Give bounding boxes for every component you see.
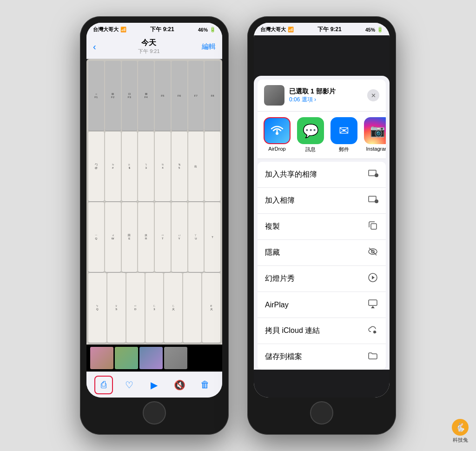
share-title: 已選取 1 部影片 — [289, 87, 363, 96]
share-thumb — [264, 85, 284, 106]
kb-key: ⊡F3 — [122, 61, 138, 131]
keyboard-photo: ☼F1 ⊞F2 ⊡F3 ⊠F4 F5 F6 F7 F8 勹@ ㄉ# — [86, 59, 222, 345]
kb-key: 勹@ — [88, 132, 104, 201]
kb-key: ㄇT — [155, 202, 171, 272]
kb-key: F火 — [202, 273, 220, 343]
kb-key: F7 — [188, 61, 204, 131]
menu-label-add-shared: 加入共享的相簿 — [265, 170, 317, 179]
share-subtitle: 0:06 選項 › — [289, 96, 363, 104]
kb-key: ㄇD — [126, 273, 145, 343]
kb-key: ㄆS — [107, 273, 126, 343]
menu-copy[interactable]: 複製 — [258, 214, 386, 240]
mail-item[interactable]: ✉ 郵件 — [329, 117, 359, 153]
like-button[interactable]: ♡ — [120, 376, 139, 394]
menu-slideshow[interactable]: 幻燈片秀 — [258, 266, 386, 292]
svg-marker-13 — [372, 276, 375, 279]
messages-icon: 💬 — [303, 123, 319, 139]
thumb-3[interactable] — [139, 347, 163, 369]
trash-icon: 🗑 — [200, 379, 210, 390]
mail-label: 郵件 — [339, 146, 349, 153]
share-icon: ⎙ — [101, 379, 106, 390]
kb-key: 水R — [138, 202, 154, 272]
watermark-text: 科技兔 — [453, 437, 468, 444]
left-battery-text: 46% — [198, 27, 208, 33]
thumbnail-strip — [86, 345, 222, 371]
copy-icon — [367, 220, 378, 233]
right-time: 下午 9:21 — [317, 26, 341, 33]
left-back-button[interactable]: ‹ — [93, 41, 96, 52]
left-status-left: 台灣大哥大 📶 — [93, 27, 126, 33]
svg-text:↩: ↩ — [374, 331, 376, 334]
left-nav-title: 今天 — [138, 38, 159, 48]
rabbit-icon: 🐇 — [455, 422, 465, 432]
scene: 台灣大哥大 📶 下午 9:21 46% 🔋 ‹ 今天 下午 9:21 編輯 — [0, 0, 476, 451]
mail-icon: ✉ — [339, 124, 349, 138]
play-icon: ▶ — [151, 379, 158, 391]
right-home-button[interactable] — [310, 401, 333, 424]
menu-label-copy: 複製 — [265, 222, 280, 232]
menu-add-album[interactable]: 加入相簿 + — [258, 188, 386, 214]
kb-key: ㄨW — [105, 202, 121, 272]
left-status-bar: 台灣大哥大 📶 下午 9:21 46% 🔋 — [86, 23, 222, 35]
kb-key: ％5 — [172, 132, 187, 201]
airdrop-wifi-icon — [270, 123, 284, 138]
menu-save-files[interactable]: 儲存到檔案 — [258, 344, 386, 370]
kb-key: ㄈ3 — [145, 273, 164, 343]
kb-key: F6 — [172, 61, 187, 131]
left-edit-button[interactable]: 編輯 — [202, 42, 216, 51]
menu-label-airplay: AirPlay — [265, 301, 289, 309]
kb-key: ㄊ$ — [122, 132, 138, 201]
airdrop-item[interactable]: AirDrop — [262, 117, 292, 153]
share-button[interactable]: ⎙ — [94, 376, 113, 394]
instagram-label: Instagram — [366, 146, 386, 152]
right-phone: 台灣大哥大 📶 下午 9:21 45% 🔋 已選取 1 部影片 — [247, 16, 396, 435]
airdrop-label: AirDrop — [268, 146, 285, 152]
kb-key: T — [205, 202, 220, 272]
messages-item[interactable]: 💬 訊息 — [296, 117, 325, 153]
messages-label: 訊息 — [305, 146, 316, 153]
left-chevron-icon: ‹ — [93, 41, 96, 52]
kb-key: ⊠F4 — [138, 61, 154, 131]
thumb-1[interactable] — [90, 347, 113, 369]
menu-label-hide: 隱藏 — [265, 248, 280, 258]
svg-text:+: + — [376, 200, 377, 204]
thumb-4[interactable] — [164, 347, 187, 369]
left-phone: 台灣大哥大 📶 下午 9:21 46% 🔋 ‹ 今天 下午 9:21 編輯 — [80, 16, 229, 435]
thumb-2[interactable] — [115, 347, 138, 369]
left-toolbar: ⎙ ♡ ▶ 🔇 🗑 — [86, 371, 222, 398]
share-close-button[interactable]: ✕ — [367, 89, 379, 101]
right-wifi-icon: 📶 — [288, 27, 294, 33]
right-phone-screen: 台灣大哥大 📶 下午 9:21 45% 🔋 已選取 1 部影片 — [254, 23, 390, 398]
left-battery-icon: 🔋 — [210, 27, 216, 33]
menu-add-shared-album[interactable]: 加入共享的相簿 + — [258, 162, 386, 188]
watermark-icon: 🐇 — [452, 419, 469, 436]
kb-key: ⊞F2 — [105, 61, 121, 131]
kb-key: ㄋ3 — [138, 132, 154, 201]
instagram-item[interactable]: 📷 Instagram — [363, 117, 386, 153]
kb-key: ㄌ4 — [155, 132, 171, 201]
right-status-left: 台灣大哥大 📶 — [260, 27, 294, 33]
menu-airplay[interactable]: AirPlay — [258, 292, 386, 318]
watermark: 🐇 科技兔 — [452, 419, 469, 444]
svg-rect-14 — [369, 300, 377, 305]
kb-key: ㄩY — [172, 202, 187, 272]
menu-label-add-album: 加入相簿 — [265, 196, 295, 206]
left-home-button[interactable] — [143, 401, 166, 424]
kb-key — [183, 273, 201, 343]
left-phone-screen: 台灣大哥大 📶 下午 9:21 46% 🔋 ‹ 今天 下午 9:21 編輯 — [86, 23, 222, 398]
kb-key: ㄉ# — [105, 132, 121, 201]
right-battery-icon: 🔋 — [377, 27, 383, 33]
menu-icloud-link[interactable]: 拷貝 iCloud 連結 ↩ — [258, 318, 386, 344]
messages-icon-bg: 💬 — [297, 117, 324, 144]
menu-label-save-files: 儲存到檔案 — [265, 352, 302, 362]
kb-key: ☼F1 — [88, 61, 104, 131]
delete-button[interactable]: 🗑 — [196, 376, 214, 394]
kb-key: F5 — [155, 61, 171, 131]
menu-hide[interactable]: 隱藏 — [258, 240, 386, 266]
play-button[interactable]: ▶ — [145, 376, 164, 394]
kb-key: F8 — [205, 61, 220, 131]
heart-icon: ♡ — [125, 379, 133, 391]
instagram-icon: 📷 — [370, 124, 385, 138]
mute-button[interactable]: 🔇 — [170, 376, 189, 394]
hide-icon — [367, 246, 378, 259]
